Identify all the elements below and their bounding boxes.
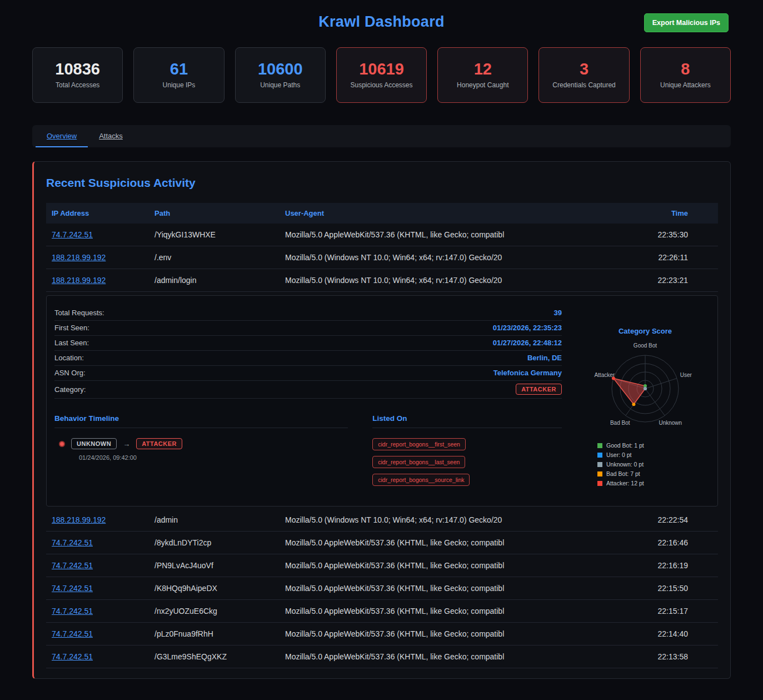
time-cell: 22:23:21 — [615, 276, 718, 285]
stat-value: 10600 — [258, 61, 303, 77]
user-agent-cell: Mozilla/5.0 (Windows NT 10.0; Win64; x64… — [280, 276, 615, 285]
path-cell: /admin — [149, 515, 280, 524]
path-cell: /PN9LvAcJ4uoVf — [149, 561, 280, 570]
legend-item-attacker-12-pt: Attacker: 12 pt — [597, 480, 644, 486]
legend-swatch — [597, 443, 602, 448]
path-cell: /K8HQq9hAipeDX — [149, 584, 280, 593]
detail-field-label: ASN Org: — [54, 369, 86, 377]
listed-on-badge-cidr-report-bogons-source-link[interactable]: cidr_report_bogons__source_link — [372, 474, 470, 486]
ip-cell: 74.7.242.51 — [46, 538, 149, 547]
time-cell: 22:35:30 — [615, 230, 718, 239]
column-header-ip-address: IP Address — [46, 209, 149, 217]
ip-link[interactable]: 188.218.99.192 — [52, 276, 106, 285]
radar-point-unknown — [644, 387, 647, 390]
ip-detail-fields: Total Requests:39First Seen:01/23/2026, … — [54, 306, 562, 399]
panel-title: Recent Suspicious Activity — [46, 176, 718, 190]
stats-row: 10836Total Accesses61Unique IPs10600Uniq… — [0, 47, 763, 103]
arrow-right-icon: → — [123, 440, 130, 448]
column-header-path: Path — [149, 209, 280, 217]
detail-field-asn-org: ASN Org:Telefonica Germany — [54, 366, 562, 381]
ip-link[interactable]: 188.218.99.192 — [52, 515, 106, 524]
table-row[interactable]: 74.7.242.51/pLz0Fnua9fRhHMozilla/5.0 App… — [46, 623, 718, 646]
ip-link[interactable]: 74.7.242.51 — [52, 652, 93, 661]
listed-on-badges: cidr_report_bogons__first_seencidr_repor… — [372, 438, 562, 486]
ip-link[interactable]: 74.7.242.51 — [52, 584, 93, 593]
legend-label: Unknown: 0 pt — [606, 461, 644, 468]
ip-cell: 74.7.242.51 — [46, 561, 149, 570]
table-row[interactable]: 74.7.242.51/K8HQq9hAipeDXMozilla/5.0 App… — [46, 577, 718, 600]
ip-cell: 188.218.99.192 — [46, 276, 149, 285]
radar-data-polygon — [614, 379, 645, 405]
ip-link[interactable]: 74.7.242.51 — [52, 607, 93, 615]
stat-label: Total Accesses — [56, 81, 99, 89]
legend-item-unknown-0-pt: Unknown: 0 pt — [597, 461, 644, 468]
stat-card-suspicious-accesses: 10619Suspicious Accesses — [336, 47, 427, 103]
user-agent-cell: Mozilla/5.0 (Windows NT 10.0; Win64; x64… — [280, 253, 615, 262]
table-row[interactable]: 74.7.242.51/PN9LvAcJ4uoVfMozilla/5.0 App… — [46, 554, 718, 577]
radar-axis-label-attacker: Attacker — [594, 372, 615, 378]
stat-label: Suspicious Accesses — [350, 81, 412, 89]
table-row[interactable]: 188.218.99.192/adminMozilla/5.0 (Windows… — [46, 509, 718, 532]
path-cell: /G3Lme9ShEQgXKZ — [149, 652, 280, 661]
time-cell: 22:26:11 — [615, 253, 718, 262]
timeline-dot-icon — [59, 441, 65, 447]
tabs-bar: OverviewAttacks — [32, 125, 731, 147]
stat-value: 10619 — [359, 61, 404, 77]
listed-on-title: Listed On — [372, 414, 562, 428]
ip-cell: 188.218.99.192 — [46, 253, 149, 262]
suspicious-activity-panel: Recent Suspicious Activity IP AddressPat… — [32, 161, 731, 679]
legend-item-good-bot-1-pt: Good Bot: 1 pt — [597, 442, 644, 449]
ip-cell: 74.7.242.51 — [46, 652, 149, 661]
ip-link[interactable]: 74.7.242.51 — [52, 629, 93, 638]
stat-card-unique-paths: 10600Unique Paths — [235, 47, 326, 103]
table-row[interactable]: 188.218.99.192/.envMozilla/5.0 (Windows … — [46, 246, 718, 269]
detail-field-label: Category: — [54, 385, 86, 394]
ip-link[interactable]: 74.7.242.51 — [52, 230, 93, 239]
ip-cell: 74.7.242.51 — [46, 584, 149, 593]
stat-label: Credentials Captured — [552, 81, 615, 89]
table-row[interactable]: 188.218.99.192/admin/loginMozilla/5.0 (W… — [46, 269, 718, 292]
listed-on-badge-cidr-report-bogons-last-seen[interactable]: cidr_report_bogons__last_seen — [372, 456, 465, 468]
stat-value: 8 — [681, 61, 690, 77]
table-row[interactable]: 74.7.242.51/nx2yUOZuE6CkgMozilla/5.0 App… — [46, 600, 718, 623]
stat-card-unique-attackers: 8Unique Attackers — [640, 47, 731, 103]
radar-axis-label-bad-bot: Bad Bot — [610, 420, 630, 426]
table-header-row: IP AddressPathUser-AgentTime — [46, 203, 718, 224]
listed-on-section: Listed On cidr_report_bogons__first_seen… — [372, 414, 562, 486]
export-malicious-ips-button[interactable]: Export Malicious IPs — [644, 13, 729, 32]
table-row[interactable]: 74.7.242.51/G3Lme9ShEQgXKZMozilla/5.0 Ap… — [46, 646, 718, 668]
path-cell: /.env — [149, 253, 280, 262]
stat-label: Unique Paths — [260, 81, 300, 89]
tab-overview[interactable]: Overview — [36, 125, 88, 147]
ip-link[interactable]: 188.218.99.192 — [52, 253, 106, 262]
category-badge-to: ATTACKER — [136, 438, 182, 449]
chart-legend: Good Bot: 1 ptUser: 0 ptUnknown: 0 ptBad… — [597, 442, 644, 489]
stat-value: 12 — [474, 61, 492, 77]
path-cell: /YiqykGI13WHXE — [149, 230, 280, 239]
table-rows-after-detail: 188.218.99.192/adminMozilla/5.0 (Windows… — [46, 509, 718, 668]
behavior-timeline-section: Behavior Timeline UNKNOWN → ATTACKER 01/… — [54, 414, 348, 486]
stat-value: 10836 — [55, 61, 100, 77]
legend-swatch — [597, 481, 602, 486]
ip-link[interactable]: 74.7.242.51 — [52, 561, 93, 570]
table-row[interactable]: 74.7.242.51/8ykdLnDYTi2cpMozilla/5.0 App… — [46, 532, 718, 554]
table-rows-before-detail: 74.7.242.51/YiqykGI13WHXEMozilla/5.0 App… — [46, 224, 718, 292]
table-row[interactable]: 74.7.242.51/YiqykGI13WHXEMozilla/5.0 App… — [46, 224, 718, 246]
header: Krawl Dashboard Export Malicious IPs — [0, 0, 763, 47]
time-cell: 22:15:50 — [615, 584, 718, 593]
radar-point-bad-bot — [632, 403, 635, 406]
stat-label: Unique IPs — [163, 81, 196, 89]
user-agent-cell: Mozilla/5.0 AppleWebKit/537.36 (KHTML, l… — [280, 538, 615, 547]
tab-attacks[interactable]: Attacks — [88, 125, 134, 147]
detail-field-label: Total Requests: — [54, 309, 104, 317]
category-badge: ATTACKER — [516, 384, 562, 395]
stat-value: 61 — [170, 61, 188, 77]
listed-on-badge-cidr-report-bogons-first-seen[interactable]: cidr_report_bogons__first_seen — [372, 438, 466, 450]
user-agent-cell: Mozilla/5.0 AppleWebKit/537.36 (KHTML, l… — [280, 629, 615, 638]
radar-axis-label-good-bot: Good Bot — [634, 342, 657, 349]
legend-item-user-0-pt: User: 0 pt — [597, 451, 644, 458]
legend-swatch — [597, 453, 602, 458]
stat-value: 3 — [580, 61, 589, 77]
path-cell: /pLz0Fnua9fRhH — [149, 629, 280, 638]
ip-link[interactable]: 74.7.242.51 — [52, 538, 93, 547]
